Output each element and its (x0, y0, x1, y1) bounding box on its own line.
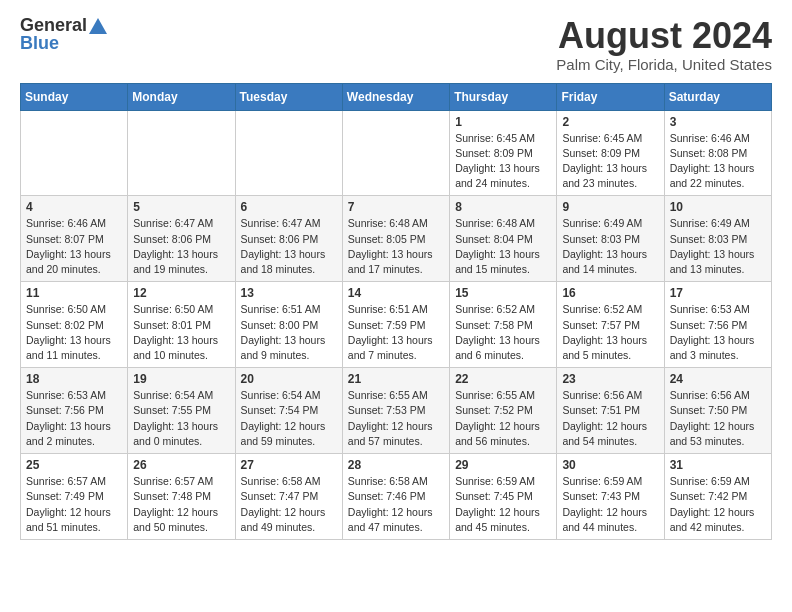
day-info: Sunrise: 6:59 AM Sunset: 7:45 PM Dayligh… (455, 474, 551, 535)
calendar-week-row: 4Sunrise: 6:46 AM Sunset: 8:07 PM Daylig… (21, 196, 772, 282)
day-info: Sunrise: 6:49 AM Sunset: 8:03 PM Dayligh… (562, 216, 658, 277)
month-year-title: August 2024 (556, 16, 772, 56)
day-number: 5 (133, 200, 229, 214)
weekday-header-cell: Thursday (450, 83, 557, 110)
day-number: 15 (455, 286, 551, 300)
day-info: Sunrise: 6:56 AM Sunset: 7:50 PM Dayligh… (670, 388, 766, 449)
day-info: Sunrise: 6:53 AM Sunset: 7:56 PM Dayligh… (26, 388, 122, 449)
day-number: 13 (241, 286, 337, 300)
calendar-day-cell: 2Sunrise: 6:45 AM Sunset: 8:09 PM Daylig… (557, 110, 664, 196)
logo-general: General (20, 16, 87, 34)
day-number: 1 (455, 115, 551, 129)
logo: General Blue (20, 16, 107, 52)
day-info: Sunrise: 6:52 AM Sunset: 7:57 PM Dayligh… (562, 302, 658, 363)
day-info: Sunrise: 6:57 AM Sunset: 7:48 PM Dayligh… (133, 474, 229, 535)
svg-marker-0 (89, 18, 107, 34)
day-number: 10 (670, 200, 766, 214)
weekday-header-cell: Friday (557, 83, 664, 110)
calendar-day-cell: 25Sunrise: 6:57 AM Sunset: 7:49 PM Dayli… (21, 454, 128, 540)
day-number: 21 (348, 372, 444, 386)
day-number: 26 (133, 458, 229, 472)
calendar-day-cell: 4Sunrise: 6:46 AM Sunset: 8:07 PM Daylig… (21, 196, 128, 282)
calendar-day-cell: 24Sunrise: 6:56 AM Sunset: 7:50 PM Dayli… (664, 368, 771, 454)
calendar-day-cell: 14Sunrise: 6:51 AM Sunset: 7:59 PM Dayli… (342, 282, 449, 368)
day-info: Sunrise: 6:50 AM Sunset: 8:02 PM Dayligh… (26, 302, 122, 363)
day-number: 23 (562, 372, 658, 386)
day-info: Sunrise: 6:50 AM Sunset: 8:01 PM Dayligh… (133, 302, 229, 363)
location-title: Palm City, Florida, United States (556, 56, 772, 73)
header: General Blue August 2024 Palm City, Flor… (20, 16, 772, 73)
day-info: Sunrise: 6:51 AM Sunset: 8:00 PM Dayligh… (241, 302, 337, 363)
weekday-header-cell: Wednesday (342, 83, 449, 110)
logo-blue: Blue (20, 34, 59, 52)
day-number: 16 (562, 286, 658, 300)
calendar-day-cell (342, 110, 449, 196)
day-number: 7 (348, 200, 444, 214)
day-number: 12 (133, 286, 229, 300)
day-number: 9 (562, 200, 658, 214)
calendar-day-cell (235, 110, 342, 196)
day-info: Sunrise: 6:58 AM Sunset: 7:46 PM Dayligh… (348, 474, 444, 535)
calendar-day-cell: 13Sunrise: 6:51 AM Sunset: 8:00 PM Dayli… (235, 282, 342, 368)
calendar-day-cell: 29Sunrise: 6:59 AM Sunset: 7:45 PM Dayli… (450, 454, 557, 540)
calendar-day-cell: 9Sunrise: 6:49 AM Sunset: 8:03 PM Daylig… (557, 196, 664, 282)
day-info: Sunrise: 6:45 AM Sunset: 8:09 PM Dayligh… (455, 131, 551, 192)
day-number: 20 (241, 372, 337, 386)
calendar-day-cell: 1Sunrise: 6:45 AM Sunset: 8:09 PM Daylig… (450, 110, 557, 196)
calendar-day-cell: 20Sunrise: 6:54 AM Sunset: 7:54 PM Dayli… (235, 368, 342, 454)
calendar-day-cell: 27Sunrise: 6:58 AM Sunset: 7:47 PM Dayli… (235, 454, 342, 540)
day-info: Sunrise: 6:47 AM Sunset: 8:06 PM Dayligh… (241, 216, 337, 277)
day-info: Sunrise: 6:55 AM Sunset: 7:52 PM Dayligh… (455, 388, 551, 449)
calendar-day-cell (21, 110, 128, 196)
calendar-day-cell: 12Sunrise: 6:50 AM Sunset: 8:01 PM Dayli… (128, 282, 235, 368)
calendar-day-cell: 21Sunrise: 6:55 AM Sunset: 7:53 PM Dayli… (342, 368, 449, 454)
calendar-day-cell: 15Sunrise: 6:52 AM Sunset: 7:58 PM Dayli… (450, 282, 557, 368)
day-number: 19 (133, 372, 229, 386)
calendar-day-cell (128, 110, 235, 196)
day-info: Sunrise: 6:51 AM Sunset: 7:59 PM Dayligh… (348, 302, 444, 363)
weekday-header-cell: Tuesday (235, 83, 342, 110)
calendar-body: 1Sunrise: 6:45 AM Sunset: 8:09 PM Daylig… (21, 110, 772, 539)
day-info: Sunrise: 6:53 AM Sunset: 7:56 PM Dayligh… (670, 302, 766, 363)
title-block: August 2024 Palm City, Florida, United S… (556, 16, 772, 73)
calendar-week-row: 25Sunrise: 6:57 AM Sunset: 7:49 PM Dayli… (21, 454, 772, 540)
day-number: 27 (241, 458, 337, 472)
day-number: 4 (26, 200, 122, 214)
day-info: Sunrise: 6:55 AM Sunset: 7:53 PM Dayligh… (348, 388, 444, 449)
weekday-header-cell: Sunday (21, 83, 128, 110)
calendar-day-cell: 11Sunrise: 6:50 AM Sunset: 8:02 PM Dayli… (21, 282, 128, 368)
calendar-day-cell: 22Sunrise: 6:55 AM Sunset: 7:52 PM Dayli… (450, 368, 557, 454)
day-number: 24 (670, 372, 766, 386)
calendar-day-cell: 18Sunrise: 6:53 AM Sunset: 7:56 PM Dayli… (21, 368, 128, 454)
day-number: 6 (241, 200, 337, 214)
calendar-day-cell: 31Sunrise: 6:59 AM Sunset: 7:42 PM Dayli… (664, 454, 771, 540)
day-info: Sunrise: 6:48 AM Sunset: 8:04 PM Dayligh… (455, 216, 551, 277)
day-number: 29 (455, 458, 551, 472)
day-info: Sunrise: 6:59 AM Sunset: 7:43 PM Dayligh… (562, 474, 658, 535)
calendar-day-cell: 6Sunrise: 6:47 AM Sunset: 8:06 PM Daylig… (235, 196, 342, 282)
day-info: Sunrise: 6:46 AM Sunset: 8:07 PM Dayligh… (26, 216, 122, 277)
calendar-day-cell: 8Sunrise: 6:48 AM Sunset: 8:04 PM Daylig… (450, 196, 557, 282)
weekday-header-cell: Monday (128, 83, 235, 110)
day-info: Sunrise: 6:54 AM Sunset: 7:55 PM Dayligh… (133, 388, 229, 449)
day-info: Sunrise: 6:54 AM Sunset: 7:54 PM Dayligh… (241, 388, 337, 449)
calendar-day-cell: 23Sunrise: 6:56 AM Sunset: 7:51 PM Dayli… (557, 368, 664, 454)
day-info: Sunrise: 6:59 AM Sunset: 7:42 PM Dayligh… (670, 474, 766, 535)
weekday-header-cell: Saturday (664, 83, 771, 110)
calendar-week-row: 11Sunrise: 6:50 AM Sunset: 8:02 PM Dayli… (21, 282, 772, 368)
day-info: Sunrise: 6:56 AM Sunset: 7:51 PM Dayligh… (562, 388, 658, 449)
day-number: 2 (562, 115, 658, 129)
calendar-week-row: 18Sunrise: 6:53 AM Sunset: 7:56 PM Dayli… (21, 368, 772, 454)
calendar-day-cell: 30Sunrise: 6:59 AM Sunset: 7:43 PM Dayli… (557, 454, 664, 540)
day-info: Sunrise: 6:58 AM Sunset: 7:47 PM Dayligh… (241, 474, 337, 535)
day-number: 11 (26, 286, 122, 300)
day-number: 22 (455, 372, 551, 386)
day-info: Sunrise: 6:52 AM Sunset: 7:58 PM Dayligh… (455, 302, 551, 363)
day-number: 30 (562, 458, 658, 472)
calendar-day-cell: 26Sunrise: 6:57 AM Sunset: 7:48 PM Dayli… (128, 454, 235, 540)
day-number: 14 (348, 286, 444, 300)
day-info: Sunrise: 6:46 AM Sunset: 8:08 PM Dayligh… (670, 131, 766, 192)
day-number: 8 (455, 200, 551, 214)
day-number: 18 (26, 372, 122, 386)
calendar-day-cell: 16Sunrise: 6:52 AM Sunset: 7:57 PM Dayli… (557, 282, 664, 368)
